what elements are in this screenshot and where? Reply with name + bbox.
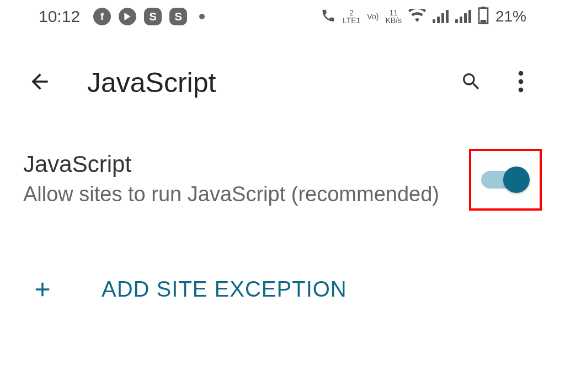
page-title: JavaScript <box>87 67 455 99</box>
toggle-highlight-box <box>469 149 542 211</box>
setting-text: JavaScript Allow sites to run JavaScript… <box>23 151 469 208</box>
status-bar-right: 2 LTE1 Vo) 11 KB/s 21% <box>321 7 526 26</box>
play-icon <box>119 8 136 25</box>
app-bar: JavaScript <box>0 55 565 110</box>
arrow-left-icon <box>28 69 52 96</box>
phone-icon <box>321 8 336 25</box>
svg-point-6 <box>519 88 524 93</box>
data-rate: 11 KB/s <box>385 9 402 24</box>
setting-title: JavaScript <box>23 151 469 178</box>
more-button[interactable] <box>504 71 537 95</box>
add-site-exception-button[interactable]: ADD SITE EXCEPTION <box>0 255 565 313</box>
add-site-exception-label: ADD SITE EXCEPTION <box>102 277 347 302</box>
status-bar: 10:12 f S S 2 LTE1 Vo) 11 KB/s <box>0 0 565 33</box>
signal-icon-1 <box>433 10 449 23</box>
search-icon <box>460 71 482 95</box>
status-bar-left: 10:12 f S S <box>39 7 205 26</box>
more-vert-icon <box>518 71 524 95</box>
facebook-icon: f <box>93 8 111 25</box>
setting-description: Allow sites to run JavaScript (recommend… <box>23 181 469 208</box>
svg-rect-3 <box>481 20 487 23</box>
volte-label: Vo) <box>367 13 379 20</box>
wifi-icon <box>408 9 426 24</box>
battery-icon <box>478 7 489 26</box>
battery-percentage: 21% <box>495 8 526 25</box>
toggle-thumb <box>503 167 530 193</box>
javascript-setting-row[interactable]: JavaScript Allow sites to run JavaScript… <box>0 132 565 222</box>
skype-icon: S <box>144 8 162 25</box>
plus-icon <box>29 278 56 301</box>
svg-point-4 <box>519 71 524 76</box>
svg-point-5 <box>519 79 524 84</box>
network-label: 2 LTE1 <box>343 9 360 24</box>
svg-marker-0 <box>124 13 130 20</box>
javascript-toggle[interactable] <box>481 167 530 193</box>
signal-icon-2 <box>455 10 471 23</box>
status-time: 10:12 <box>39 7 80 26</box>
skype-icon-2: S <box>169 8 187 25</box>
back-button[interactable] <box>23 69 56 96</box>
search-button[interactable] <box>455 71 488 95</box>
notification-dot-icon <box>199 14 205 19</box>
